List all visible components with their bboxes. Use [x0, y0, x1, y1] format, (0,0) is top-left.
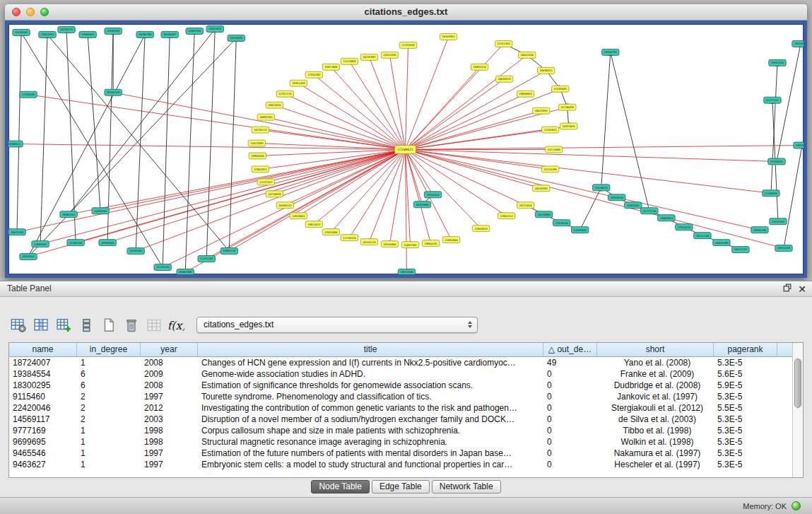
graph-node[interactable]: 20678189 — [8, 229, 25, 235]
graph-node[interactable]: 19565391 — [60, 211, 77, 218]
table-row[interactable]: 969969511998Structural magnetic resonanc… — [9, 436, 792, 448]
graph-node[interactable]: 18985734 — [220, 248, 237, 255]
graph-node[interactable]: 14527698 — [248, 140, 265, 146]
graph-node[interactable]: 22277121 — [764, 97, 781, 103]
table-scrollbar[interactable] — [792, 343, 803, 477]
graph-node[interactable]: 16840529 — [495, 76, 512, 82]
graph-node[interactable]: 12224050 — [341, 58, 358, 64]
panel-close-button[interactable]: ✕ — [798, 284, 806, 295]
graph-node[interactable]: 16816025 — [593, 185, 610, 191]
column-header-title[interactable]: title — [198, 343, 543, 356]
table-settings-button[interactable] — [9, 315, 28, 334]
graph-node[interactable]: 15330184 — [13, 29, 30, 35]
graph-node[interactable]: 19133693 — [228, 35, 245, 41]
tab-network-table[interactable]: Network Table — [432, 480, 501, 493]
table-row[interactable]: 977716911998Corpus callosum shape and si… — [9, 425, 792, 436]
table-selector-dropdown[interactable]: citations_edges.txt — [196, 317, 478, 333]
graph-node[interactable]: 17595560 — [20, 91, 37, 98]
tab-node-table[interactable]: Node Table — [311, 480, 370, 493]
graph-node[interactable]: 17135278 — [154, 264, 171, 271]
graph-node[interactable]: 18236115 — [252, 127, 269, 133]
graph-node[interactable]: 17200994 — [763, 190, 779, 197]
column-header-pagerank[interactable]: pagerank — [714, 343, 777, 356]
zoom-button[interactable] — [40, 8, 49, 16]
column-header-out_degree[interactable]: △ out_de… — [543, 343, 597, 356]
graph-node[interactable]: 18945790 — [751, 227, 768, 233]
graph-node[interactable]: 21949248 — [553, 220, 570, 226]
graph-node[interactable]: 20165150 — [105, 89, 122, 95]
graph-node[interactable]: 19965036 — [249, 153, 266, 159]
graph-node[interactable]: 21051593 — [39, 31, 56, 37]
network-window-titlebar[interactable]: citations_edges.txt — [5, 4, 807, 21]
graph-node[interactable]: 20211140 — [694, 233, 711, 239]
panel-float-button[interactable] — [783, 284, 792, 294]
tab-edge-table[interactable]: Edge Table — [372, 480, 430, 493]
graph-node[interactable]: 14695998 — [572, 227, 589, 233]
graph-node[interactable]: 16405507 — [161, 31, 178, 37]
column-header-name[interactable]: name — [9, 343, 77, 356]
graph-node[interactable]: 10647894 — [532, 107, 549, 114]
column-header-short[interactable]: short — [597, 343, 714, 356]
graph-node[interactable]: 16470806 — [535, 211, 552, 218]
graph-node[interactable]: 12940094 — [105, 28, 122, 34]
graph-node[interactable]: 18544468 — [381, 241, 398, 247]
table-row[interactable]: 911546021997Tourette syndrome. Phenomeno… — [9, 391, 792, 402]
table-row[interactable]: 946362711997Embryonic stem cells: a mode… — [9, 459, 792, 470]
graph-node[interactable]: 17240621 — [394, 146, 416, 154]
graph-node[interactable]: 17924349 — [676, 224, 693, 230]
select-columns-button[interactable] — [32, 315, 51, 334]
graph-node[interactable]: 16415884 — [792, 40, 804, 47]
table-row[interactable]: 1938455462009Genome-wide association stu… — [9, 368, 792, 380]
graph-node[interactable]: 19915166 — [794, 142, 804, 148]
graph-node[interactable]: 15154295 — [541, 166, 558, 173]
graph-node[interactable]: 16155276 — [58, 26, 75, 33]
table-row[interactable]: 2242004622012Investigating the contribut… — [9, 402, 792, 414]
table-row[interactable]: 1872400712008Changes of HCN gene express… — [9, 357, 792, 368]
graph-node[interactable]: 18061528 — [471, 64, 488, 70]
graph-node[interactable]: 20923450 — [775, 245, 792, 252]
graph-node[interactable]: 20359240 — [608, 194, 625, 201]
graph-node[interactable]: 20732625 — [517, 202, 534, 209]
graph-node[interactable]: 17485605 — [551, 86, 568, 92]
table-row[interactable]: 1456911722003Disruption of a novel membe… — [9, 414, 792, 425]
graph-node[interactable]: 12242284 — [198, 256, 215, 262]
graph-node[interactable]: 18698321 — [537, 67, 554, 74]
graph-node[interactable]: 18184952 — [440, 33, 457, 40]
graph-node[interactable]: 20881960 — [177, 269, 194, 274]
graph-node[interactable]: 19664245 — [422, 240, 439, 247]
edit-table-button[interactable] — [54, 315, 73, 334]
import-table-button[interactable] — [145, 315, 164, 334]
graph-node[interactable]: 22044828 — [472, 226, 489, 232]
graph-node[interactable]: 18726049 — [266, 191, 283, 197]
graph-node[interactable]: 22035096 — [322, 229, 339, 235]
table-row[interactable]: 946554611997Estimation of the future num… — [9, 448, 792, 459]
graph-node[interactable]: 19412175 — [732, 247, 749, 253]
graph-node[interactable]: 16642436 — [518, 52, 535, 58]
delete-button[interactable] — [122, 315, 141, 334]
graph-node[interactable]: 17082937 — [252, 166, 269, 173]
graph-node[interactable]: 16959503 — [99, 240, 116, 246]
graph-node[interactable]: 15090512 — [8, 141, 23, 147]
graph-node[interactable]: 19154454 — [424, 192, 441, 198]
graph-node[interactable]: 20154119 — [360, 239, 377, 245]
graph-node[interactable]: 19086053 — [517, 90, 534, 97]
column-header-year[interactable]: year — [141, 343, 198, 356]
graph-node[interactable]: 16055709 — [713, 240, 730, 246]
graph-node[interactable]: 21802066 — [442, 237, 459, 243]
graph-node[interactable]: 12161612 — [541, 127, 558, 133]
graph-node[interactable]: 18367602 — [625, 202, 642, 209]
row-height-button[interactable] — [77, 315, 96, 334]
graph-node[interactable]: 17554302 — [305, 71, 322, 78]
graph-node[interactable]: 19822156 — [769, 59, 786, 66]
graph-node[interactable]: 16093765 — [257, 114, 274, 120]
graph-node[interactable]: 12610651 — [290, 213, 307, 219]
graph-node[interactable]: 19351459 — [290, 80, 307, 86]
graph-node[interactable]: 17240418 — [341, 235, 358, 241]
graph-node[interactable]: 18822008 — [322, 64, 339, 70]
graph-node[interactable]: 14651925 — [206, 25, 223, 32]
graph-node[interactable]: 19448794 — [602, 49, 619, 55]
close-button[interactable] — [12, 8, 20, 16]
graph-node[interactable]: 19014073 — [305, 221, 322, 228]
graph-node[interactable]: 20813035 — [266, 102, 283, 108]
graph-node[interactable]: 12757125 — [276, 90, 293, 97]
